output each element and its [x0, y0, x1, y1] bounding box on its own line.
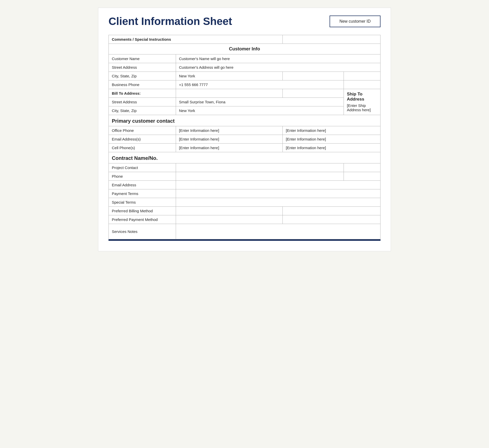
page-title: Client Information Sheet [108, 16, 232, 27]
new-customer-id-label: New customer ID [339, 19, 371, 23]
contract-phone-label: Phone [109, 172, 176, 181]
preferred-payment-extra[interactable] [176, 215, 283, 224]
business-phone-extra[interactable] [344, 80, 381, 89]
contract-phone-row: Phone [109, 172, 381, 181]
email-address-row: Email Address(s) [Enter Information here… [109, 135, 381, 144]
customer-name-value[interactable]: Customer's Name will go here [176, 54, 380, 63]
ship-to-value[interactable]: [Enter Ship Address here] [347, 103, 377, 112]
services-notes-row: Services Notes [109, 224, 381, 239]
email-address-label: Email Address(s) [109, 135, 176, 144]
page: Client Information Sheet New customer ID… [98, 8, 391, 251]
contract-phone-extra[interactable] [344, 172, 381, 181]
customer-info-header: Customer Info [109, 44, 381, 54]
city-state-zip-extra2[interactable] [344, 72, 381, 80]
bill-city-row: City, State, Zip New York [109, 106, 381, 115]
comments-row: Comments / Special Instructions [109, 35, 381, 44]
cell-phone-value2[interactable]: [Enter Information here] [283, 144, 381, 152]
project-contact-label: Project Contact [109, 163, 176, 172]
bill-to-label: Bill To Address: [109, 89, 176, 98]
footer-bar [108, 239, 381, 241]
main-table: Comments / Special Instructions Customer… [108, 35, 381, 239]
comments-value[interactable] [283, 35, 381, 44]
payment-terms-row: Payment Terms [109, 189, 381, 198]
city-state-zip-value[interactable]: New York [176, 72, 283, 80]
bill-city-label: City, State, Zip [109, 106, 176, 115]
customer-info-header-row: Customer Info [109, 44, 381, 54]
contract-email-label: Email Address [109, 181, 176, 189]
contract-email-row: Email Address [109, 181, 381, 189]
city-state-zip-row: City, State, Zip New York [109, 72, 381, 80]
office-phone-label: Office Phone [109, 126, 176, 135]
page-header: Client Information Sheet New customer ID [108, 16, 381, 27]
special-terms-value[interactable] [176, 198, 380, 207]
bill-ship-header-row: Bill To Address: Ship To Address [Enter … [109, 89, 381, 98]
preferred-billing-value[interactable] [283, 207, 381, 215]
bill-street-value[interactable]: Small Surprise Town, Fiona [176, 98, 344, 106]
contract-header: Contract Name/No. [109, 152, 381, 163]
office-phone-value2[interactable]: [Enter Information here] [283, 126, 381, 135]
email-address-value2[interactable]: [Enter Information here] [283, 135, 381, 144]
ship-to-label: Ship To Address [347, 92, 377, 102]
cell-phone-label: Cell Phone(s) [109, 144, 176, 152]
bill-to-extra2[interactable] [283, 89, 344, 98]
payment-terms-label: Payment Terms [109, 189, 176, 198]
preferred-payment-value[interactable] [283, 215, 381, 224]
primary-contact-header-row: Primary customer contact [109, 115, 381, 126]
city-state-zip-extra1[interactable] [283, 72, 344, 80]
street-address-value[interactable]: Customer's Address will go here [176, 63, 380, 72]
city-state-zip-label: City, State, Zip [109, 72, 176, 80]
project-contact-row: Project Contact [109, 163, 381, 172]
customer-name-row: Customer Name Customer's Name will go he… [109, 54, 381, 63]
payment-terms-value[interactable] [176, 189, 380, 198]
preferred-billing-label: Preferred Billing Method [109, 207, 176, 215]
business-phone-value[interactable]: +1 555 666 7777 [176, 80, 344, 89]
comments-label: Comments / Special Instructions [109, 35, 283, 44]
project-contact-extra[interactable] [344, 163, 381, 172]
business-phone-label: Business Phone [109, 80, 176, 89]
preferred-payment-label: Preferred Payment Method [109, 215, 176, 224]
cell-phone-value1[interactable]: [Enter Information here] [176, 144, 283, 152]
primary-contact-header: Primary customer contact [109, 115, 381, 126]
ship-to-cell: Ship To Address [Enter Ship Address here… [344, 89, 381, 115]
project-contact-value[interactable] [176, 163, 344, 172]
new-customer-id-box: New customer ID [330, 16, 381, 27]
special-terms-label: Special Terms [109, 198, 176, 207]
bill-street-row: Street Address Small Surprise Town, Fion… [109, 98, 381, 106]
contract-phone-value[interactable] [176, 172, 344, 181]
bill-street-label: Street Address [109, 98, 176, 106]
bill-to-extra1[interactable] [176, 89, 283, 98]
bill-city-value[interactable]: New York [176, 106, 344, 115]
office-phone-row: Office Phone [Enter Information here] [E… [109, 126, 381, 135]
office-phone-value1[interactable]: [Enter Information here] [176, 126, 283, 135]
services-notes-label: Services Notes [109, 224, 176, 239]
preferred-payment-row: Preferred Payment Method [109, 215, 381, 224]
cell-phone-row: Cell Phone(s) [Enter Information here] [… [109, 144, 381, 152]
street-address-row: Street Address Customer's Address will g… [109, 63, 381, 72]
preferred-billing-row: Preferred Billing Method [109, 207, 381, 215]
preferred-billing-extra[interactable] [176, 207, 283, 215]
email-address-value1[interactable]: [Enter Information here] [176, 135, 283, 144]
contract-email-value[interactable] [176, 181, 380, 189]
business-phone-row: Business Phone +1 555 666 7777 [109, 80, 381, 89]
street-address-label: Street Address [109, 63, 176, 72]
contract-header-row: Contract Name/No. [109, 152, 381, 163]
services-notes-value[interactable] [176, 224, 380, 239]
special-terms-row: Special Terms [109, 198, 381, 207]
customer-name-label: Customer Name [109, 54, 176, 63]
